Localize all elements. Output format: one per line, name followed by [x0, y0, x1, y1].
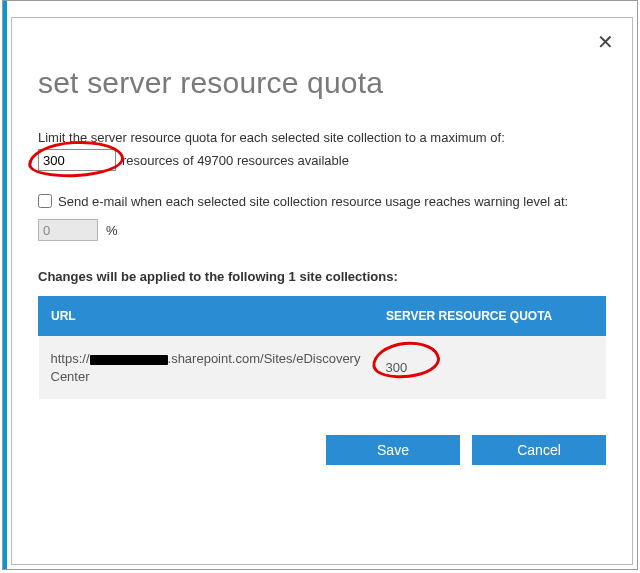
- cell-quota: 300: [374, 336, 606, 400]
- limit-label: Limit the server resource quota for each…: [38, 130, 606, 145]
- dialog-panel: ✕ set server resource quota Limit the se…: [11, 17, 633, 565]
- cancel-button[interactable]: Cancel: [472, 435, 606, 465]
- dialog-title: set server resource quota: [38, 66, 606, 100]
- percent-symbol: %: [106, 223, 118, 238]
- save-button[interactable]: Save: [326, 435, 460, 465]
- url-prefix: https://: [51, 351, 90, 366]
- col-header-quota: SERVER RESOURCE QUOTA: [374, 297, 606, 336]
- table-row: https://.sharepoint.com/Sites/eDiscovery…: [39, 336, 606, 400]
- quota-available-text: resources of 49700 resources available: [122, 153, 349, 168]
- send-email-checkbox[interactable]: [38, 194, 52, 208]
- send-email-label: Send e-mail when each selected site coll…: [58, 193, 606, 211]
- col-header-url: URL: [39, 297, 374, 336]
- window-frame: ✕ set server resource quota Limit the se…: [2, 0, 638, 570]
- dialog-buttons: Save Cancel: [38, 435, 606, 465]
- redacted-text: [90, 355, 168, 365]
- quota-input[interactable]: [38, 149, 116, 171]
- cell-url: https://.sharepoint.com/Sites/eDiscovery…: [39, 336, 374, 400]
- quota-value: 300: [386, 360, 408, 375]
- warning-percent-input: [38, 219, 98, 241]
- site-collections-table: URL SERVER RESOURCE QUOTA https://.share…: [38, 296, 606, 399]
- close-icon[interactable]: ✕: [597, 30, 614, 54]
- window-left-accent: [3, 1, 7, 569]
- applied-heading: Changes will be applied to the following…: [38, 269, 606, 284]
